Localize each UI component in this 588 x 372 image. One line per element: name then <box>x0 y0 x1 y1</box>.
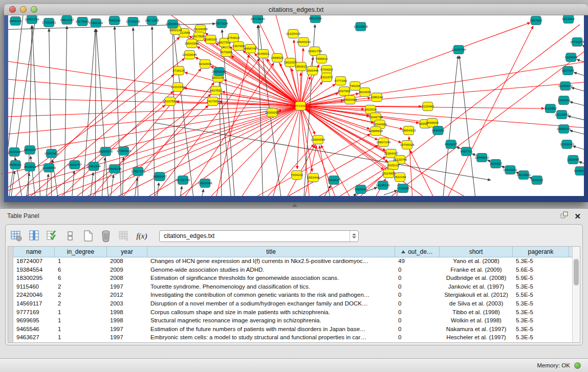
graph-node[interactable]: 1615132 <box>387 161 400 170</box>
graph-node[interactable]: 18300295 <box>265 108 279 117</box>
graph-node[interactable]: 1640955 <box>432 126 445 135</box>
window-titlebar[interactable]: citations_edges.txt <box>4 4 588 15</box>
graph-node[interactable]: 1634507 <box>490 160 503 168</box>
graph-node[interactable]: 2003319 <box>9 17 22 26</box>
graph-node[interactable]: 6919197 <box>445 140 458 149</box>
table-row[interactable]: 1830029562008Estimation of significance … <box>13 274 572 283</box>
table-row[interactable]: 911546021997Tourette syndrome. Phenomeno… <box>13 283 572 292</box>
graph-node[interactable]: 3915911 <box>24 163 36 171</box>
graph-node[interactable]: 14671365 <box>145 16 159 25</box>
graph-node[interactable]: 1990448 <box>306 67 319 75</box>
dropdown-stepper-icon[interactable] <box>350 231 358 242</box>
graph-node[interactable]: 1203455 <box>567 156 580 164</box>
graph-node[interactable]: 2675685 <box>220 48 233 57</box>
table-mode-icon[interactable] <box>10 229 23 243</box>
graph-node[interactable]: 16543382 <box>185 39 199 48</box>
table-scrollbar[interactable] <box>572 247 580 342</box>
column-header-year[interactable]: year <box>107 247 147 257</box>
graph-node[interactable]: 10688609 <box>368 127 383 136</box>
column-header-title[interactable]: title <box>147 247 395 257</box>
graph-node[interactable]: 9427552 <box>210 86 223 95</box>
panel-splitter[interactable] <box>0 202 588 208</box>
graph-node[interactable]: 12923446 <box>198 179 212 188</box>
column-header-short[interactable]: short <box>440 247 513 257</box>
collapse-left-panel-handle[interactable]: ‹ <box>0 170 4 177</box>
graph-node[interactable]: 6497508 <box>338 87 351 96</box>
graph-node[interactable]: 19218506 <box>354 23 368 31</box>
graph-node[interactable]: 12093872 <box>558 82 573 91</box>
graph-node[interactable]: 19654923 <box>402 126 416 135</box>
graph-node[interactable]: 10553287 <box>60 16 74 25</box>
graph-node[interactable]: 14136141 <box>376 181 390 190</box>
graph-node[interactable]: 19756928 <box>400 141 415 149</box>
table-select-dropdown[interactable]: citations_edges.txt <box>159 230 359 242</box>
graph-node[interactable]: 9245012 <box>531 176 543 185</box>
graph-node[interactable]: 10945812 <box>503 166 517 174</box>
graph-node[interactable]: 7254202 <box>291 171 303 180</box>
graph-node[interactable]: 21325419 <box>286 30 300 38</box>
graph-node[interactable]: 2417004 <box>207 97 220 106</box>
graph-node[interactable]: 8505051 <box>9 161 22 169</box>
graph-node[interactable]: 1588520 <box>271 54 284 62</box>
graph-node[interactable]: 9115460 <box>422 102 434 111</box>
hub-node[interactable]: 18724007 <box>293 102 308 111</box>
graph-node[interactable]: 16053809 <box>165 20 180 29</box>
graph-node[interactable]: 1244419 <box>558 96 571 105</box>
show-column-icon[interactable] <box>28 229 41 243</box>
graph-node[interactable]: 9227343 <box>562 67 575 75</box>
graph-node[interactable]: 11156869 <box>42 164 56 172</box>
graph-node[interactable]: 17359924 <box>117 147 131 156</box>
graph-node[interactable]: 9245011 <box>574 167 584 176</box>
graph-node[interactable]: 18024502 <box>516 171 531 180</box>
graph-node[interactable]: 9465546 <box>355 185 367 194</box>
graph-node[interactable]: 17331861 <box>42 18 56 27</box>
graph-node[interactable]: 15276021 <box>75 17 90 26</box>
graph-node[interactable]: 6794023 <box>320 65 333 74</box>
graph-node[interactable]: 7546160 <box>108 16 121 25</box>
minimize-window-button[interactable] <box>20 6 27 13</box>
graph-node[interactable]: 12213344 <box>170 83 185 92</box>
graph-node[interactable]: 13505135 <box>107 165 122 173</box>
graph-node[interactable]: 8454749 <box>244 45 257 53</box>
close-window-button[interactable] <box>9 6 16 13</box>
graph-node[interactable]: 18107554 <box>163 97 177 106</box>
graph-node[interactable]: 20206576 <box>98 147 113 156</box>
graph-node[interactable]: 9457791 <box>460 147 473 156</box>
select-all-icon[interactable] <box>46 229 59 243</box>
graph-node[interactable]: 17957272 <box>131 167 145 176</box>
table-row[interactable]: 969969511998Structural magnetic resonanc… <box>13 317 572 325</box>
graph-node[interactable]: 2367608 <box>232 42 245 51</box>
scrollbar-thumb[interactable] <box>574 259 579 286</box>
graph-node[interactable]: 18640910 <box>296 38 311 47</box>
graph-node[interactable]: 16958167 <box>153 172 167 181</box>
graph-node[interactable]: 2620659 <box>8 148 21 157</box>
graph-node[interactable]: 2687682 <box>530 16 542 25</box>
column-header-name[interactable]: name <box>13 247 55 257</box>
graph-node[interactable]: 1962615 <box>295 62 308 71</box>
graph-node[interactable]: 746266 <box>350 82 360 91</box>
graph-node[interactable]: 11451944 <box>87 162 101 171</box>
graph-node[interactable]: 9699695 <box>426 119 439 127</box>
graph-node[interactable]: 9129946 <box>565 53 578 62</box>
graph-node[interactable]: 15751074 <box>570 38 584 47</box>
table-row[interactable]: 977716911998Corpus callosum shape and si… <box>13 309 572 317</box>
close-panel-icon[interactable]: ✕ <box>574 212 581 221</box>
splitter-handle-icon[interactable] <box>292 204 297 207</box>
table-row[interactable]: 946362711997Embryonic stem cells: a mode… <box>13 334 572 342</box>
graph-node[interactable]: 16210643 <box>555 111 569 119</box>
import-table-icon[interactable]: x <box>117 229 130 243</box>
graph-node[interactable]: 18807249 <box>376 138 390 147</box>
table-row[interactable]: 1872400712008Changes of HCN gene express… <box>13 257 572 266</box>
graph-node[interactable]: 8113014 <box>562 15 575 24</box>
graph-node[interactable]: 2718126 <box>172 67 185 75</box>
new-table-icon[interactable] <box>81 229 95 243</box>
graph-node[interactable]: 7857224 <box>215 19 228 28</box>
graph-node[interactable]: 9242844 <box>199 60 212 69</box>
graph-node[interactable]: 15970461 <box>45 149 59 158</box>
graph-node[interactable]: 9215953 <box>544 104 557 113</box>
graph-node[interactable]: 2522154 <box>394 173 406 182</box>
graph-node[interactable]: 12016043 <box>560 140 574 149</box>
graph-node[interactable]: 16782759 <box>176 176 190 185</box>
graph-node[interactable]: 1862034 <box>24 146 36 155</box>
column-header-in_degree[interactable]: in_degree <box>55 247 107 257</box>
